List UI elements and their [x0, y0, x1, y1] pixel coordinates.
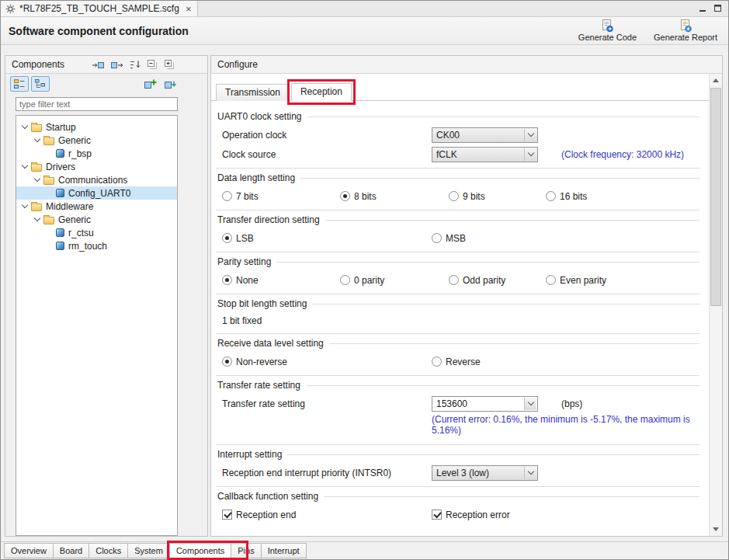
chevron-down-icon[interactable] — [524, 467, 536, 479]
remove-component-icon[interactable] — [163, 78, 178, 90]
show-hierarchy-view-icon[interactable] — [31, 76, 50, 92]
option-0-parity[interactable]: 0 parity — [340, 275, 449, 286]
radio-reverse[interactable] — [432, 357, 442, 367]
tree-item-label: Config_UART0 — [68, 188, 130, 199]
option-none[interactable]: None — [222, 275, 340, 286]
radio-msb[interactable] — [432, 233, 442, 243]
editor-tab[interactable]: *RL78F25_TB_TOUCH_SAMPLE.scfg × — [1, 1, 198, 16]
radio-non-reverse[interactable] — [222, 357, 232, 367]
scroll-up-icon[interactable] — [710, 74, 722, 87]
option-odd-parity[interactable]: Odd parity — [449, 275, 546, 286]
tree-item-generic[interactable]: Generic — [16, 213, 177, 226]
expand-chevron-icon[interactable] — [19, 121, 31, 133]
tree-item-r-ctsu[interactable]: r_ctsu — [16, 226, 177, 239]
scroll-down-icon[interactable] — [710, 523, 722, 536]
add-component-icon[interactable] — [143, 78, 158, 90]
generate-code-button[interactable]: Generate Code — [575, 19, 640, 43]
bottom-tab-system[interactable]: System — [127, 543, 170, 558]
checkbox-reception-end[interactable] — [222, 510, 232, 520]
radio-even-parity[interactable] — [546, 275, 556, 285]
option-label: Reverse — [446, 357, 481, 367]
import-component-icon[interactable] — [91, 59, 106, 71]
tree-item-config-uart0[interactable]: Config_UART0 — [16, 186, 177, 200]
component-action-icons — [143, 78, 178, 90]
vertical-scrollbar[interactable] — [709, 74, 722, 536]
option-reception-error[interactable]: Reception error — [432, 510, 699, 520]
chevron-down-icon[interactable] — [524, 148, 536, 161]
sort-alphabetical-icon[interactable] — [128, 59, 142, 71]
expand-chevron-icon[interactable] — [19, 161, 31, 172]
option-lsb[interactable]: LSB — [222, 233, 432, 244]
radio-lsb[interactable] — [222, 233, 232, 243]
scrollbar-track[interactable] — [710, 87, 722, 523]
option-non-reverse[interactable]: Non-reverse — [222, 357, 432, 367]
bottom-tab-interrupt[interactable]: Interrupt — [261, 543, 307, 558]
tree-item-label: rm_touch — [68, 241, 107, 252]
option-reverse[interactable]: Reverse — [432, 357, 699, 367]
scrollbar-thumb[interactable] — [710, 88, 721, 306]
expand-chevron-icon[interactable] — [32, 174, 43, 186]
tree-item-communications[interactable]: Communications — [16, 173, 177, 186]
tree-item-drivers[interactable]: Drivers — [16, 160, 177, 173]
chevron-spacer — [44, 148, 56, 159]
minimize-icon[interactable] — [699, 5, 707, 12]
bottom-tab-overview[interactable]: Overview — [4, 543, 54, 558]
radio-7-bits[interactable] — [222, 191, 232, 201]
tree-item-label: Generic — [58, 214, 91, 225]
transfer-rate-setting-title: Transfer rate setting — [217, 380, 300, 391]
clock-source-combobox[interactable]: fCLK — [432, 147, 538, 162]
radio-none[interactable] — [222, 275, 232, 285]
chevron-down-icon[interactable] — [524, 129, 536, 141]
option-label: Reception error — [446, 510, 510, 520]
maximize-icon[interactable] — [713, 5, 722, 12]
tab-reception[interactable]: Reception — [291, 83, 352, 101]
option-msb[interactable]: MSB — [432, 233, 699, 244]
expand-all-icon[interactable] — [163, 59, 176, 71]
tab-transmission[interactable]: Transmission — [216, 84, 290, 101]
option-label: 7 bits — [236, 191, 259, 202]
expand-chevron-icon[interactable] — [32, 134, 43, 146]
section-transfer-rate-setting: Transfer rate settingTransfer rate setti… — [216, 376, 699, 445]
radio-0-parity[interactable] — [340, 275, 350, 285]
transfer-rate-setting-combobox[interactable]: 153600 — [432, 396, 538, 412]
page-title: Software component configuration — [9, 25, 189, 37]
filter-input[interactable] — [16, 97, 178, 111]
close-icon[interactable]: × — [186, 4, 192, 14]
bottom-tab-pins[interactable]: Pins — [231, 543, 261, 558]
radio-8-bits[interactable] — [340, 191, 350, 201]
option-9-bits[interactable]: 9 bits — [449, 191, 546, 202]
collapse-all-icon[interactable] — [146, 59, 159, 71]
component-icon — [56, 189, 64, 197]
reception-end-interrupt-priority-intsr0-combobox[interactable]: Level 3 (low) — [432, 465, 538, 481]
tree-item-generic[interactable]: Generic — [16, 134, 177, 147]
radio-odd-parity[interactable] — [449, 275, 459, 285]
export-component-icon[interactable] — [109, 59, 124, 71]
tree-item-middleware[interactable]: Middleware — [16, 200, 177, 213]
data-length-setting-title: Data length setting — [217, 172, 295, 183]
option-16-bits[interactable]: 16 bits — [546, 191, 699, 202]
folder-icon — [43, 177, 54, 185]
tree-item-r-bsp[interactable]: r_bsp — [16, 147, 177, 160]
checkbox-reception-error[interactable] — [432, 510, 442, 520]
option-7-bits[interactable]: 7 bits — [222, 191, 340, 202]
radio-16-bits[interactable] — [546, 191, 556, 201]
option-reception-end[interactable]: Reception end — [222, 510, 432, 520]
chevron-down-icon[interactable] — [524, 398, 536, 410]
radio-9-bits[interactable] — [449, 191, 459, 201]
expand-chevron-icon[interactable] — [32, 214, 43, 225]
option-8-bits[interactable]: 8 bits — [340, 191, 449, 202]
bottom-tab-board[interactable]: Board — [53, 543, 89, 558]
expand-chevron-icon[interactable] — [19, 200, 31, 212]
configure-panel: Configure TransmissionReception UART0 cl… — [210, 55, 723, 537]
operation-clock-combobox[interactable]: CK00 — [432, 127, 538, 143]
tree-item-rm-touch[interactable]: rm_touch — [16, 239, 177, 252]
show-components-view-icon[interactable] — [10, 76, 29, 92]
configure-tabs: TransmissionReception — [211, 74, 709, 101]
option-even-parity[interactable]: Even parity — [546, 275, 699, 286]
chevron-spacer — [44, 240, 56, 252]
bottom-tab-components[interactable]: Components — [169, 543, 231, 558]
generate-report-button[interactable]: Generate Report — [651, 19, 720, 43]
configure-panel-title: Configure — [217, 59, 258, 70]
tree-item-startup[interactable]: Startup — [16, 120, 177, 134]
bottom-tab-clocks[interactable]: Clocks — [89, 543, 128, 558]
